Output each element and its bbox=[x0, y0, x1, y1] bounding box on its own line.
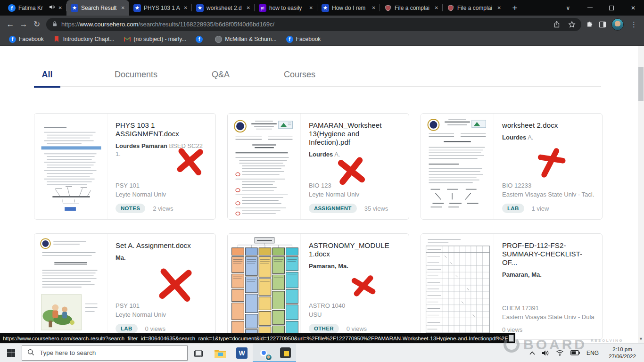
result-school[interactable]: Leyte Normal Univ bbox=[309, 190, 401, 199]
view-count: 0 views bbox=[347, 325, 367, 332]
page-scrollbar[interactable]: ▼ bbox=[638, 46, 644, 343]
result-school[interactable]: Leyte Normal Univ bbox=[116, 311, 208, 320]
window-chevron-icon[interactable]: ∨ bbox=[557, 0, 579, 16]
browser-tab-search-results[interactable]: ★ Search Result ✕ bbox=[66, 0, 129, 16]
profile-avatar[interactable] bbox=[611, 18, 624, 31]
browser-tab-howdoi[interactable]: ★ How do I rem ✕ bbox=[317, 0, 380, 16]
browser-tab-complaint-1[interactable]: File a complai ✕ bbox=[380, 0, 443, 16]
tab-close-icon[interactable]: ✕ bbox=[308, 4, 314, 11]
maximize-button[interactable] bbox=[601, 0, 622, 16]
result-course[interactable]: BIO 123 bbox=[309, 181, 401, 190]
result-school[interactable]: Leyte Normal Univ bbox=[116, 190, 208, 199]
wifi-icon[interactable] bbox=[556, 350, 564, 356]
sticky-notes-button[interactable] bbox=[274, 344, 296, 362]
coursehero-icon: ★ bbox=[322, 4, 329, 12]
browser-tab-yahoo[interactable]: y! how to easily ✕ bbox=[255, 0, 317, 16]
result-title[interactable]: PHYS 103 1 ASSIGNMENT.docx bbox=[116, 121, 208, 138]
tab-close-icon[interactable]: ✕ bbox=[371, 4, 377, 11]
start-button[interactable] bbox=[0, 344, 22, 362]
new-tab-button[interactable]: + bbox=[508, 1, 521, 15]
result-title[interactable]: ASTRONOMY_MODULE 1.docx bbox=[309, 241, 401, 258]
tab-close-icon[interactable]: ✕ bbox=[246, 4, 251, 11]
close-window-button[interactable]: ✕ bbox=[622, 0, 644, 16]
gmail-icon bbox=[124, 36, 131, 43]
result-title[interactable]: PROF-ED-112-FS2-SUMMARY-CHECKLIST-OF... bbox=[502, 241, 594, 267]
result-title[interactable]: PAMARAN_Worksheet 13(Hygiene and Infecti… bbox=[309, 121, 401, 147]
bookmark-facebook-1[interactable]: f Facebook bbox=[5, 35, 48, 44]
browser-tab-phys103[interactable]: ★ PHYS 103 1 A ✕ bbox=[129, 0, 192, 16]
menu-kebab-icon[interactable]: ⋮ bbox=[628, 20, 639, 29]
tab-close-icon[interactable]: ✕ bbox=[183, 4, 189, 11]
battery-icon[interactable] bbox=[570, 350, 580, 355]
reload-button[interactable]: ↻ bbox=[30, 18, 43, 31]
word-button[interactable]: W bbox=[231, 344, 253, 362]
desktop: f Fatima Kr ✕ ★ Search Result ✕ ★ PHYS 1… bbox=[0, 0, 644, 362]
doc-type-badge: NOTES bbox=[116, 204, 145, 213]
tab-close-icon[interactable]: ✕ bbox=[58, 4, 63, 11]
task-view-button[interactable] bbox=[188, 344, 209, 362]
result-course[interactable]: BIO 12233 bbox=[502, 181, 594, 190]
volume-icon[interactable] bbox=[542, 350, 549, 356]
result-school[interactable]: Eastern Visayas State Univ - Dulag bbox=[502, 313, 594, 322]
view-count: 2 views bbox=[153, 205, 173, 212]
status-url: https://www.coursehero.com/search-result… bbox=[3, 336, 508, 341]
scrollbar-thumb[interactable] bbox=[638, 67, 644, 101]
browser-tab-strip: f Fatima Kr ✕ ★ Search Result ✕ ★ PHYS 1… bbox=[0, 0, 644, 16]
browser-tab-worksheet2[interactable]: ★ worksheet 2.d ✕ bbox=[192, 0, 255, 16]
result-school[interactable]: Eastern Visayas State Univ - Tacl... bbox=[502, 190, 594, 199]
bookmark-red-icon bbox=[53, 36, 60, 43]
result-author: Lourdes Pamaran BSED SC22 1. bbox=[116, 142, 208, 158]
tab-all[interactable]: All bbox=[34, 66, 60, 87]
document-thumbnail bbox=[228, 114, 301, 219]
tab-title: File a complai bbox=[395, 5, 431, 11]
tab-qa[interactable]: Q&A bbox=[212, 66, 230, 87]
tab-close-icon[interactable]: ✕ bbox=[120, 4, 126, 11]
result-course[interactable]: CHEM 17391 bbox=[502, 304, 594, 313]
clock-date: 27/06/2022 bbox=[605, 353, 639, 360]
tray-chevron-icon[interactable] bbox=[529, 351, 535, 355]
tab-audio-icon[interactable] bbox=[49, 4, 55, 11]
language-indicator[interactable]: ENG bbox=[586, 350, 599, 356]
result-card[interactable]: Set A. Assignment.docx Ma. PSY 101 Leyte… bbox=[34, 233, 216, 340]
chrome-profile-badge bbox=[265, 354, 272, 361]
browser-tab-facebook[interactable]: f Fatima Kr ✕ bbox=[4, 0, 66, 16]
forward-button[interactable]: → bbox=[17, 18, 30, 31]
browser-tab-complaint-2[interactable]: File a complai ✕ bbox=[443, 0, 505, 16]
scrollbar-down-arrow-icon[interactable]: ▼ bbox=[638, 337, 644, 341]
bookmark-gmail[interactable]: (no subject) - marly... bbox=[119, 35, 190, 44]
result-school[interactable]: USU bbox=[309, 311, 401, 320]
document-thumbnail bbox=[421, 114, 494, 219]
side-panel-icon[interactable] bbox=[598, 20, 607, 29]
address-bar[interactable]: https://www.coursehero.com/search/result… bbox=[46, 18, 581, 31]
result-course[interactable]: PSY 101 bbox=[116, 302, 208, 311]
bookmark-facebook-2[interactable]: f bbox=[191, 35, 210, 44]
back-button[interactable]: ← bbox=[4, 18, 17, 31]
result-card[interactable]: PROF-ED-112-FS2-SUMMARY-CHECKLIST-OF... … bbox=[421, 233, 603, 340]
bookmark-star-icon[interactable] bbox=[568, 21, 576, 28]
result-course[interactable]: PSY 101 bbox=[116, 181, 208, 190]
taskbar-search-input[interactable]: Type here to search bbox=[22, 346, 188, 361]
link-status-bar: https://www.coursehero.com/search-result… bbox=[0, 333, 515, 343]
result-title[interactable]: Set A. Assignment.docx bbox=[116, 241, 208, 250]
tab-close-icon[interactable]: ✕ bbox=[496, 4, 502, 11]
result-card[interactable]: ASTRONOMY_MODULE 1.docx Pamaran, Ma. AST… bbox=[227, 233, 409, 340]
result-card[interactable]: PHYS 103 1 ASSIGNMENT.docx Lourdes Pamar… bbox=[34, 113, 216, 220]
tab-title: PHYS 103 1 A bbox=[144, 5, 180, 11]
tab-close-icon[interactable]: ✕ bbox=[434, 4, 439, 11]
result-card[interactable]: PAMARAN_Worksheet 13(Hygiene and Infecti… bbox=[227, 113, 409, 220]
file-explorer-button[interactable] bbox=[209, 344, 231, 362]
chrome-button[interactable] bbox=[253, 344, 274, 362]
result-card[interactable]: worksheet 2.docx Lourdes A. BIO 12233 Ea… bbox=[421, 113, 603, 220]
extensions-icon[interactable] bbox=[585, 20, 594, 29]
result-title[interactable]: worksheet 2.docx bbox=[502, 121, 594, 130]
window-controls: ∨ ✕ bbox=[557, 0, 644, 16]
bookmark-introductory[interactable]: Introductory Chapt... bbox=[49, 35, 119, 44]
bookmark-facebook-3[interactable]: f Facebook bbox=[282, 35, 325, 44]
minimize-button[interactable] bbox=[579, 0, 601, 16]
bookmark-mcmillan[interactable]: McMillan & Schum... bbox=[211, 35, 281, 44]
taskbar-clock[interactable]: 2:10 pm 27/06/2022 bbox=[605, 346, 639, 360]
share-icon[interactable] bbox=[553, 21, 561, 28]
result-course[interactable]: ASTRO 1040 bbox=[309, 302, 401, 311]
tab-courses[interactable]: Courses bbox=[284, 66, 315, 87]
tab-documents[interactable]: Documents bbox=[115, 66, 157, 87]
